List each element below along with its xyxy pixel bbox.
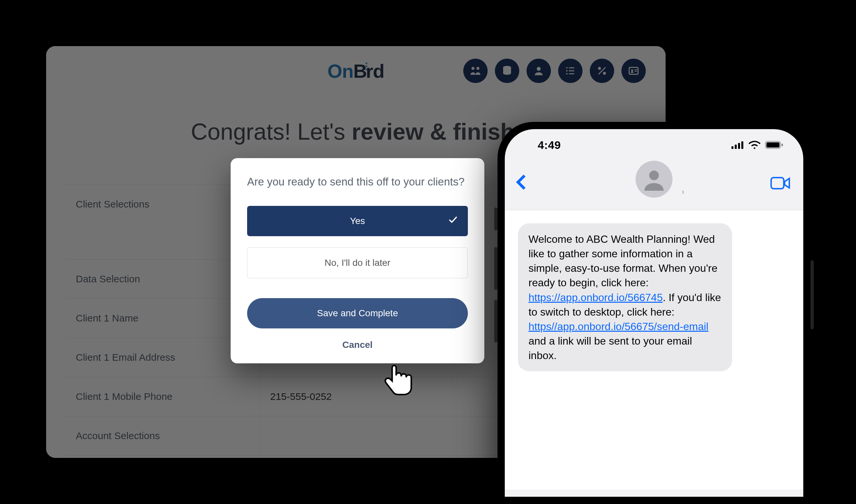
review-label: Client 1 Mobile Phone — [66, 377, 260, 416]
svg-rect-17 — [741, 141, 743, 149]
svg-rect-13 — [635, 71, 637, 71]
phone-mockup: 4:49 › — [498, 122, 810, 504]
messages-body: Welcome to ABC Wealth Planning! Wed like… — [505, 210, 803, 489]
status-bar: 4:49 — [505, 129, 803, 161]
no-later-button[interactable]: No, I'll do it later — [247, 247, 468, 278]
svg-rect-3 — [569, 68, 575, 69]
incoming-message-bubble: Welcome to ABC Wealth Planning! Wed like… — [518, 223, 732, 371]
svg-point-1 — [537, 67, 541, 71]
svg-point-2 — [566, 67, 568, 69]
nav-user-icon[interactable] — [527, 59, 551, 83]
yes-button-label: Yes — [350, 216, 365, 226]
page-title-light: Congrats! Let's — [191, 119, 352, 145]
review-label: Account Selections — [66, 416, 260, 455]
svg-rect-20 — [782, 144, 783, 146]
back-button[interactable] — [515, 174, 528, 192]
msg-link-2[interactable]: https//app.onbord.io/56675/send-email — [529, 321, 708, 332]
check-icon — [448, 215, 458, 227]
phone-mute-switch — [494, 208, 498, 231]
svg-point-8 — [598, 67, 601, 70]
svg-point-4 — [566, 70, 568, 72]
modal-title: Are you ready to send this off to your c… — [247, 175, 468, 190]
svg-point-11 — [631, 70, 633, 71]
battery-icon — [765, 141, 784, 149]
svg-rect-19 — [766, 142, 780, 148]
no-later-button-label: No, I'll do it later — [324, 257, 390, 268]
msg-text-3: and a link will be sent to your email in… — [529, 335, 692, 361]
signal-icon — [731, 141, 744, 149]
svg-rect-14 — [731, 146, 733, 149]
brand-chevron-icon: ˅˅˅ — [365, 64, 368, 73]
brand-bord: B˅˅˅rd — [353, 60, 384, 82]
phone-volume-down — [494, 300, 498, 343]
svg-point-9 — [603, 72, 606, 75]
bubble-tail-icon — [515, 360, 523, 368]
svg-rect-5 — [569, 71, 575, 71]
messages-header: › — [505, 161, 803, 210]
phone-screen: 4:49 › — [505, 129, 803, 497]
nav-list-icon[interactable] — [558, 59, 583, 83]
save-complete-button-label: Save and Complete — [317, 308, 398, 319]
cancel-button[interactable]: Cancel — [247, 340, 468, 350]
nav-database-icon[interactable] — [495, 59, 519, 83]
page-title-bold: review & finish — [352, 119, 514, 145]
msg-link-1[interactable]: https://app.onbord.io/566745 — [529, 291, 663, 303]
brand-on: On — [327, 60, 354, 82]
phone-power-button — [810, 260, 814, 329]
app-header: OnB˅˅˅rd — [46, 46, 665, 95]
status-icons — [731, 141, 784, 149]
save-complete-button[interactable]: Save and Complete — [247, 298, 468, 328]
yes-button[interactable]: Yes — [247, 206, 468, 236]
status-time: 4:49 — [538, 139, 561, 151]
send-confirmation-modal: Are you ready to send this off to your c… — [231, 158, 484, 363]
svg-point-6 — [566, 73, 568, 75]
msg-text-1: Welcome to ABC Wealth Planning! Wed like… — [529, 233, 717, 289]
nav-icons — [463, 59, 646, 83]
nav-id-card-icon[interactable] — [621, 59, 646, 83]
phone-volume-up — [494, 247, 498, 290]
brand-logo: OnB˅˅˅rd — [327, 60, 384, 82]
chevron-right-icon: › — [682, 187, 684, 196]
svg-rect-7 — [569, 73, 575, 74]
nav-people-icon[interactable] — [463, 59, 488, 83]
facetime-button[interactable] — [770, 176, 790, 192]
cancel-button-label: Cancel — [342, 340, 373, 350]
svg-rect-12 — [635, 70, 637, 70]
svg-rect-22 — [771, 178, 784, 189]
svg-rect-15 — [735, 145, 737, 149]
contact-avatar[interactable]: › — [636, 161, 673, 198]
svg-point-21 — [649, 170, 659, 180]
nav-percent-icon[interactable] — [590, 59, 614, 83]
wifi-icon — [749, 141, 761, 149]
svg-rect-16 — [738, 143, 740, 149]
